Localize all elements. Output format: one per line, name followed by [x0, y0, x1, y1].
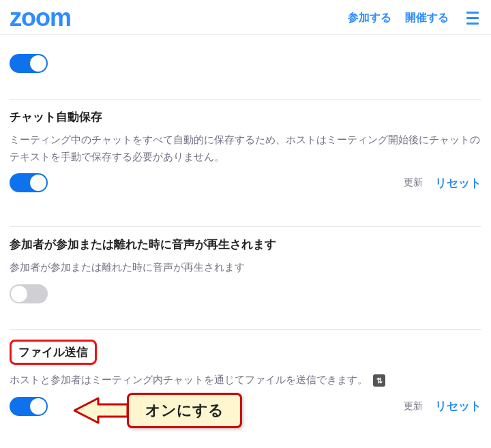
host-link[interactable]: 開催する — [405, 11, 449, 25]
file-transfer-toggle[interactable] — [10, 397, 48, 416]
file-transfer-info-icon[interactable]: ⇅ — [373, 374, 385, 387]
zoom-logo: zoom — [10, 5, 71, 30]
annotation-callout: オンにする — [127, 393, 242, 428]
annotation-arrow-icon — [74, 395, 128, 426]
menu-icon[interactable] — [462, 9, 479, 27]
reset-button[interactable]: リセット — [435, 175, 481, 191]
app-header: zoom 参加する 開催する — [0, 0, 491, 35]
join-link[interactable]: 参加する — [348, 11, 391, 25]
chat-autosave-toggle[interactable] — [10, 173, 48, 192]
setting-title: チャット自動保存 — [10, 109, 481, 125]
update-label: 更新 — [404, 177, 423, 189]
update-label: 更新 — [404, 400, 423, 413]
setting-item-chat-autosave: チャット自動保存 ミーティング中のチャットをすべて自動的に保存するため、ホストは… — [10, 100, 481, 206]
setting-top-toggle[interactable] — [10, 54, 48, 73]
setting-description: ホストと参加者はミーティング内チャットを通じてファイルを送信できます。 ⇅ — [10, 372, 481, 389]
setting-title: 参加者が参加または離れた時に音声が再生されます — [10, 237, 481, 252]
setting-item-join-leave-sound: 参加者が参加または離れた時に音声が再生されます 参加者が参加または離れた時に音声… — [10, 227, 481, 317]
setting-title: ファイル送信 — [18, 346, 88, 359]
join-leave-sound-toggle[interactable] — [10, 284, 48, 303]
annotation-callout-label: オンにする — [127, 393, 242, 428]
annotation-highlight-box: ファイル送信 — [10, 340, 97, 365]
header-links: 参加する 開催する — [348, 9, 481, 27]
setting-item-file-transfer: ファイル送信 ホストと参加者はミーティング内チャットを通じてファイルを送信できま… — [10, 330, 481, 434]
svg-marker-0 — [74, 398, 128, 423]
reset-button[interactable]: リセット — [435, 398, 481, 414]
setting-item-top — [10, 42, 481, 78]
setting-description: ミーティング中のチャットをすべて自動的に保存するため、ホストはミーティング開始後… — [10, 132, 481, 165]
setting-description: 参加者が参加または離れた時に音声が再生されます — [10, 259, 481, 276]
